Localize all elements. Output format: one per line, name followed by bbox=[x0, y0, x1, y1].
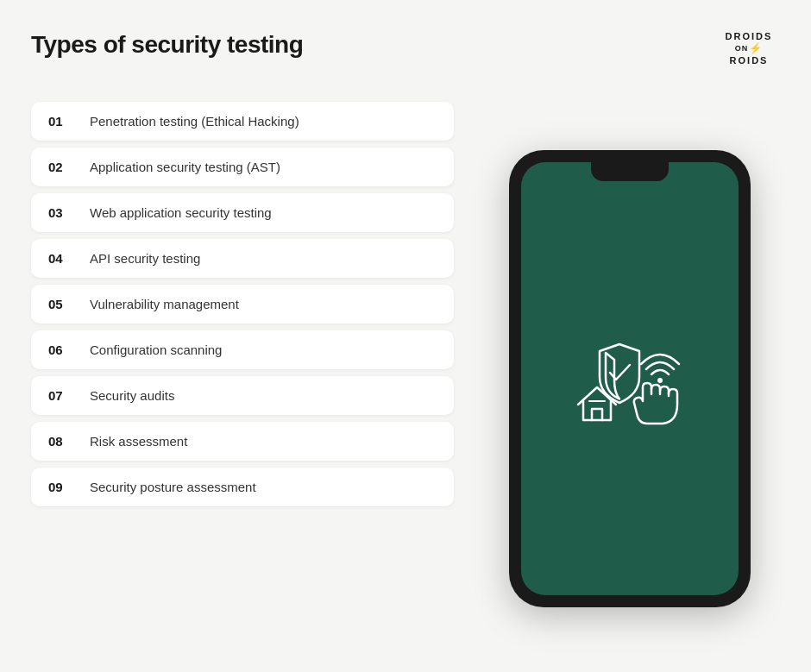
logo-bolt: ⚡ bbox=[749, 42, 763, 54]
item-number: 04 bbox=[48, 251, 72, 266]
phone-mockup bbox=[509, 150, 751, 607]
list-item: 01Penetration testing (Ethical Hacking) bbox=[31, 102, 454, 141]
logo-line1: DROIDS bbox=[726, 31, 773, 42]
item-label: Penetration testing (Ethical Hacking) bbox=[90, 114, 299, 129]
list-item: 02Application security testing (AST) bbox=[31, 148, 454, 186]
item-label: Risk assessment bbox=[90, 434, 187, 449]
item-number: 08 bbox=[48, 434, 72, 449]
logo: DROIDS ON ⚡ ROIDS bbox=[718, 31, 780, 76]
security-icon bbox=[561, 327, 699, 448]
item-number: 05 bbox=[48, 297, 72, 311]
item-number: 07 bbox=[48, 388, 72, 403]
item-number: 02 bbox=[48, 160, 72, 174]
item-label: Vulnerability management bbox=[90, 297, 239, 311]
logo-on: ON bbox=[735, 44, 749, 53]
logo-line2: ON ⚡ bbox=[735, 42, 764, 54]
phone-icon-area bbox=[561, 327, 699, 448]
item-label: Configuration scanning bbox=[90, 342, 222, 357]
item-label: Web application security testing bbox=[90, 205, 272, 220]
list-item: 07Security audits bbox=[31, 376, 454, 415]
logo-line3: ROIDS bbox=[730, 55, 769, 66]
item-label: API security testing bbox=[90, 251, 200, 266]
list-item: 09Security posture assessment bbox=[31, 468, 454, 506]
item-number: 03 bbox=[48, 205, 72, 220]
item-label: Security audits bbox=[90, 388, 174, 403]
list-item: 03Web application security testing bbox=[31, 193, 454, 232]
page-title: Types of security testing bbox=[31, 31, 303, 59]
list-item: 08Risk assessment bbox=[31, 422, 454, 461]
item-number: 09 bbox=[48, 480, 72, 494]
phone-section bbox=[480, 102, 780, 655]
item-label: Application security testing (AST) bbox=[90, 160, 280, 174]
list-item: 05Vulnerability management bbox=[31, 285, 454, 323]
content-area: 01Penetration testing (Ethical Hacking)0… bbox=[31, 102, 780, 655]
item-number: 06 bbox=[48, 342, 72, 357]
page-container: Types of security testing DROIDS ON ⚡ RO… bbox=[0, 0, 811, 672]
item-number: 01 bbox=[48, 114, 72, 129]
list-section: 01Penetration testing (Ethical Hacking)0… bbox=[31, 102, 454, 655]
list-item: 06Configuration scanning bbox=[31, 330, 454, 369]
phone-notch bbox=[591, 162, 669, 181]
logo-lines: DROIDS ON ⚡ ROIDS bbox=[718, 31, 780, 66]
svg-point-0 bbox=[657, 378, 663, 383]
header: Types of security testing DROIDS ON ⚡ RO… bbox=[31, 31, 780, 76]
item-label: Security posture assessment bbox=[90, 480, 256, 494]
list-item: 04API security testing bbox=[31, 239, 454, 278]
phone-screen bbox=[521, 162, 739, 595]
